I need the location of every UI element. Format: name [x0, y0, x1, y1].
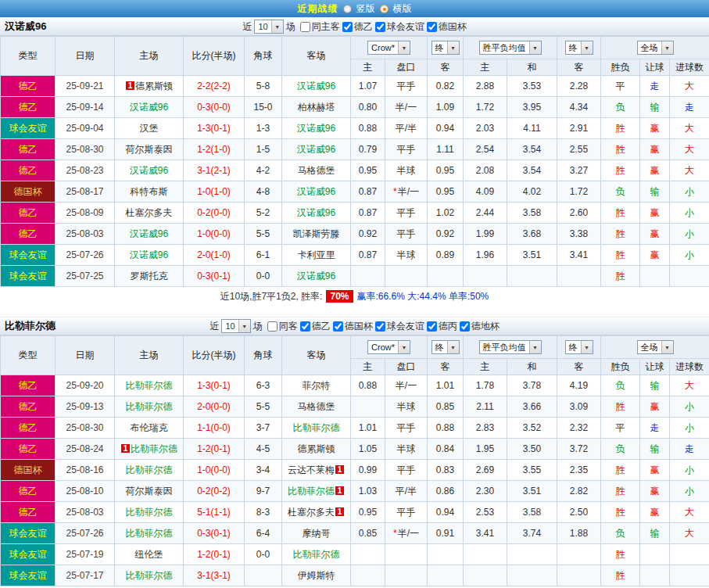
checkbox-input[interactable]: [333, 321, 343, 332]
away-team-cell: 马格德堡: [282, 396, 351, 418]
bookmaker-select[interactable]: Crow*▼: [367, 41, 410, 55]
checkbox-input[interactable]: [427, 321, 437, 332]
handicap-cell: 半/一: [385, 375, 428, 396]
red-card-badge: 1: [335, 486, 344, 495]
chevron-down-icon: ▼: [529, 341, 541, 353]
col-type: 类型: [1, 37, 56, 76]
radio-vertical-label[interactable]: 竖版: [356, 2, 375, 16]
handicap-cell: 平手: [385, 203, 428, 224]
col-home: 主场: [115, 336, 184, 375]
checkbox-input[interactable]: [375, 321, 385, 332]
filter-checkbox[interactable]: 球会友谊: [375, 20, 424, 34]
draw-avg-cell: 3.54: [507, 139, 557, 160]
col-handicap: 盘口: [385, 59, 428, 76]
match-date: 25-09-21: [56, 76, 115, 97]
col-score: 比分(半场): [184, 336, 245, 375]
league-type-badge: 球会友谊: [1, 565, 56, 586]
chevron-down-icon: ▼: [398, 41, 410, 54]
filter-controls: 近 10▼ 场 同客德乙德国杯球会友谊德丙德地杯: [209, 319, 499, 333]
away-team-cell: 柏林赫塔: [282, 97, 351, 118]
home-team-cell: 荷尔斯泰因: [115, 481, 184, 502]
draw-avg-cell: 4.11: [507, 118, 557, 139]
checkbox-input[interactable]: [342, 22, 353, 32]
match-count-select[interactable]: 10▼: [254, 20, 283, 34]
radio-horizontal[interactable]: [380, 5, 389, 13]
league-type-badge: 德国杯: [1, 181, 56, 203]
checkbox-input[interactable]: [427, 22, 437, 32]
radio-horizontal-label[interactable]: 横版: [393, 2, 412, 16]
final-odds-select[interactable]: 终▼: [431, 41, 460, 55]
match-row: 球会友谊25-07-25罗斯托克0-3(0-1)0-0汉诺威96胜: [1, 266, 709, 287]
average-select[interactable]: 胜平负均值▼: [479, 340, 542, 354]
away-odds-cell: 0.95: [428, 160, 464, 181]
match-count-select[interactable]: 10▼: [221, 319, 250, 333]
league-type-badge: 德乙: [1, 375, 56, 396]
filter-checkbox[interactable]: 德乙: [300, 320, 331, 333]
filter-checkbox[interactable]: 德国杯: [427, 20, 467, 34]
checkbox-input[interactable]: [460, 321, 470, 332]
handicap-result-cell: 赢: [640, 139, 670, 160]
filter-checkbox[interactable]: 德国杯: [333, 320, 373, 333]
away-odds-cell: 0.84: [428, 439, 464, 460]
filter-checkbox[interactable]: 同客: [267, 320, 298, 333]
checkbox-input[interactable]: [267, 321, 278, 332]
checkbox-label: 同客: [279, 320, 298, 333]
goals-result-cell: [670, 565, 709, 586]
team-label: 荷尔斯泰因: [126, 144, 173, 155]
filter-checkbox[interactable]: 同主客: [300, 20, 340, 34]
corner-score: 15-0: [245, 97, 282, 118]
corner-score: 3-7: [245, 418, 282, 439]
away-avg-cell: [557, 266, 601, 287]
team-label: 布伦瑞克: [131, 422, 168, 433]
result-cell: 负: [601, 181, 640, 203]
filter-checkbox[interactable]: 球会友谊: [375, 320, 424, 333]
away-odds-cell: 0.95: [428, 181, 464, 203]
chevron-down-icon: ▼: [529, 41, 541, 54]
checkbox-input[interactable]: [300, 321, 310, 332]
handicap-cell: [385, 544, 428, 565]
team-label: 摩纳哥: [303, 528, 331, 539]
match-score: 1-2(0-1): [184, 544, 245, 565]
league-type-badge: 德国杯: [1, 460, 56, 481]
match-score: 0-2(0-2): [184, 481, 245, 502]
checkbox-input[interactable]: [300, 22, 310, 32]
away-odds-cell: [428, 266, 464, 287]
checkbox-label: 德国杯: [439, 20, 467, 34]
home-odds-cell: 0.88: [351, 118, 385, 139]
league-type-badge: 德乙: [1, 76, 56, 97]
away-team-cell: 汉诺威96: [282, 181, 351, 203]
result-cell: 胜: [601, 544, 640, 565]
chevron-down-icon: ▼: [447, 341, 459, 353]
average-select[interactable]: 胜平负均值▼: [479, 41, 542, 55]
filter-checkbox[interactable]: 德地杯: [460, 320, 500, 333]
final-average-select[interactable]: 终▼: [565, 41, 593, 55]
filter-checkbox[interactable]: 德乙: [342, 20, 373, 34]
bookmaker-select[interactable]: Crow*▼: [367, 340, 410, 354]
filter-checkbox[interactable]: 德丙: [427, 320, 457, 333]
away-avg-cell: 4.34: [557, 97, 601, 118]
home-odds-cell: 0.88: [351, 375, 385, 396]
handicap-cell: 半球: [385, 245, 428, 266]
final-average-select[interactable]: 终▼: [565, 340, 593, 354]
radio-vertical[interactable]: [343, 5, 352, 13]
away-avg-cell: 3.72: [557, 439, 601, 460]
draw-avg-cell: 3.74: [507, 523, 557, 544]
col-handicap-result: 让球: [640, 359, 670, 375]
checkbox-input[interactable]: [375, 22, 385, 32]
home-avg-cell: 1.96: [464, 245, 507, 266]
final-odds-select[interactable]: 终▼: [431, 340, 460, 354]
corner-score: 6-4: [245, 523, 282, 544]
team-section-away: 比勒菲尔德 近 10▼ 场 同客德乙德国杯球会友谊德丙德地杯 类型 日期 主场 …: [0, 317, 709, 586]
match-score: 3-1(3-1): [184, 565, 245, 586]
fulltime-select[interactable]: 全场▼: [637, 41, 674, 55]
corner-score: 4-8: [245, 181, 282, 203]
match-date: 25-08-17: [56, 181, 115, 203]
live-handicap-star: *: [393, 186, 397, 197]
match-score: 1-2(1-0): [184, 139, 245, 160]
team-label: 汉诺威96: [130, 249, 168, 260]
match-score: 1-0(0-0): [184, 224, 245, 245]
handicap-cell: [385, 266, 428, 287]
away-team-cell: 云达不莱梅1: [282, 460, 351, 481]
away-odds-cell: [428, 565, 464, 586]
fulltime-select[interactable]: 全场▼: [637, 340, 674, 354]
